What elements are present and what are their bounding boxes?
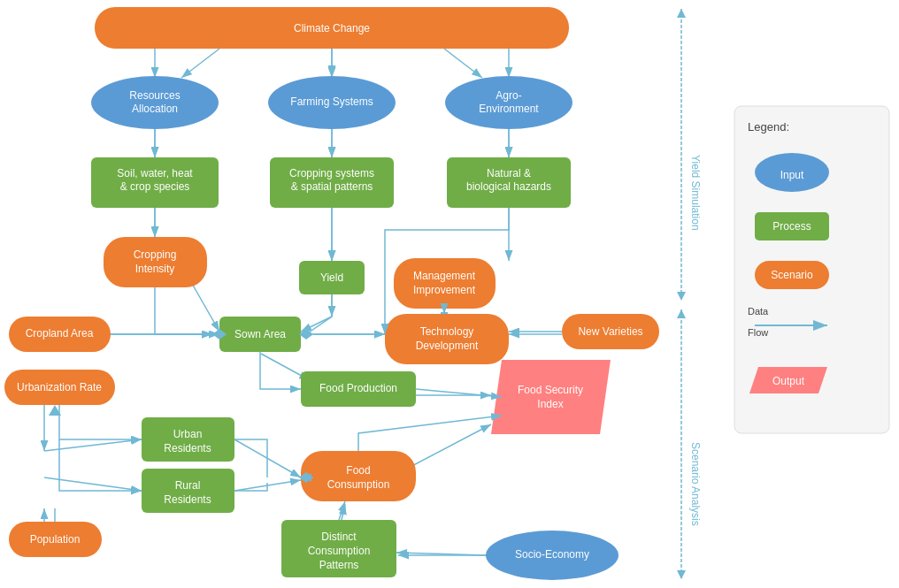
svg-rect-79: [142, 417, 234, 462]
svg-marker-119: [677, 309, 686, 318]
legend-flow-label: Data: [748, 306, 769, 317]
svg-rect-44: [91, 157, 219, 208]
legend-flow-label2: Flow: [748, 327, 768, 338]
node-sown-area: Sown Area: [219, 317, 301, 352]
svg-rect-72: [4, 370, 115, 405]
node-food-consumption: Food Consumption: [301, 451, 416, 501]
node-cropping-intensity: Cropping Intensity: [104, 237, 207, 287]
svg-line-97: [181, 49, 219, 78]
node-resources-allocation: Resources Allocation: [91, 76, 219, 129]
node-yield: Yield: [299, 261, 365, 294]
svg-rect-56: [299, 261, 365, 294]
svg-marker-76: [491, 360, 611, 434]
node-agro-environment: Agro- Environment: [445, 76, 572, 129]
svg-rect-82: [142, 469, 234, 513]
legend-process-label: Process: [772, 220, 811, 233]
legend-scenario-label: Scenario: [771, 269, 813, 281]
svg-rect-67: [385, 314, 509, 364]
node-natural-hazards: Natural & biological hazards: [447, 157, 571, 208]
node-population: Population: [9, 522, 102, 557]
svg-point-36: [91, 76, 219, 129]
node-urbanization-rate: Urbanization Rate: [4, 370, 115, 405]
legend-box: Legend: Input Process Scenario Data Flow…: [734, 106, 889, 433]
svg-line-99: [444, 49, 482, 78]
legend-output-label: Output: [772, 375, 805, 387]
yield-simulation-label: Yield Simulation: [689, 155, 702, 231]
svg-point-41: [445, 76, 572, 129]
node-urban-residents: Urban Residents: [142, 417, 234, 462]
scenario-analysis-label: Scenario Analysis: [689, 442, 702, 526]
node-soil-water: Soil, water, heat & crop species: [91, 157, 219, 208]
node-rural-residents: Rural Residents: [142, 469, 234, 513]
node-management-improvement: Management Improvement: [394, 258, 496, 309]
svg-point-95: [486, 531, 619, 580]
svg-rect-47: [270, 157, 394, 208]
node-socio-economy: Socio-Economy: [486, 531, 619, 580]
svg-rect-91: [281, 520, 396, 577]
svg-line-22: [301, 317, 332, 332]
svg-rect-58: [394, 258, 496, 309]
svg-rect-85: [301, 451, 416, 501]
node-food-security-index: Food Security Index: [491, 360, 611, 434]
svg-rect-89: [9, 522, 102, 557]
svg-point-39: [268, 76, 396, 129]
node-cropland-area: Cropland Area: [9, 317, 111, 352]
svg-marker-117: [677, 292, 686, 301]
node-climate-change: Climate Change: [95, 7, 569, 49]
svg-rect-53: [104, 237, 207, 287]
svg-rect-34: [95, 7, 569, 49]
svg-marker-120: [677, 570, 686, 579]
legend-title: Legend:: [748, 120, 789, 134]
svg-rect-50: [447, 157, 571, 208]
svg-rect-74: [301, 371, 416, 407]
node-farming-systems: Farming Systems: [268, 76, 396, 129]
svg-rect-70: [562, 314, 659, 349]
node-food-production: Food Production: [301, 371, 416, 407]
node-technology-development: Technology Development: [385, 314, 509, 364]
node-distinct-consumption: Distinct Consumption Patterns: [281, 520, 396, 577]
svg-marker-116: [677, 9, 686, 18]
node-new-varieties: New Varieties: [562, 314, 659, 349]
svg-rect-63: [219, 317, 301, 352]
svg-rect-61: [9, 317, 111, 352]
node-cropping-systems: Cropping systems & spatial patterns: [270, 157, 394, 208]
legend-input-label: Input: [780, 169, 804, 181]
